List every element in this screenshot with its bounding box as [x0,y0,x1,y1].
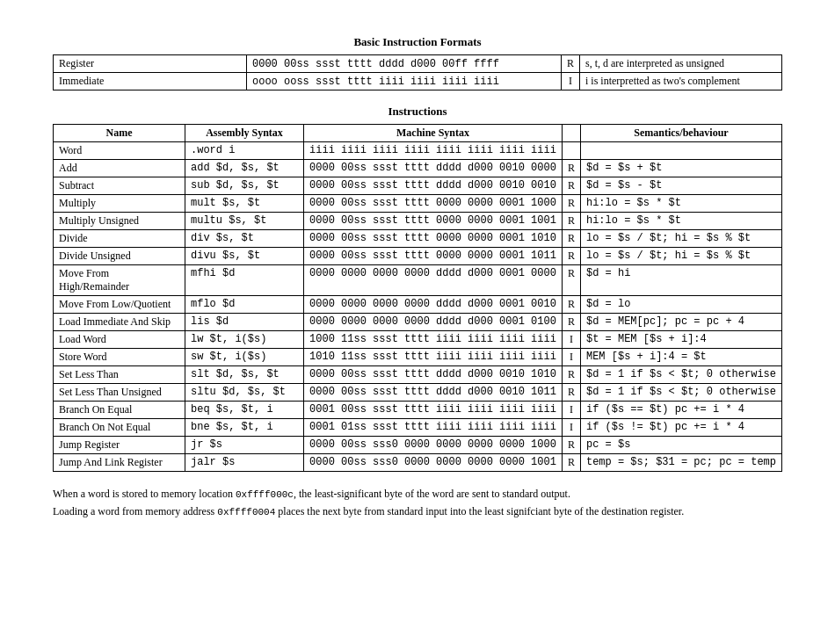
instr-semantics: $d = 1 if $s < $t; 0 otherwise [580,384,781,402]
format-type: R [561,55,579,73]
format-semantics: i is interpretted as two's complement [580,73,782,90]
formats-table: Register0000 00ss ssst tttt dddd d000 00… [53,54,782,90]
instr-type: R [562,384,580,402]
col-header: Name [54,125,185,142]
instr-machine: 0000 00ss ssst tttt 0000 0000 0001 1000 [304,195,563,213]
instr-machine: 0000 00ss ssst tttt 0000 0000 0001 1010 [304,230,563,248]
instr-asm: sub $d, $s, $t [185,177,304,195]
instr-asm: multu $s, $t [185,213,304,230]
instr-type: R [562,177,580,195]
instr-asm: mult $s, $t [185,195,304,213]
instr-name: Add [54,160,185,177]
col-header: Assembly Syntax [185,125,304,142]
format-label: Immediate [54,73,247,90]
instr-row: Set Less Thanslt $d, $s, $t0000 00ss sss… [54,366,782,384]
format-machine: oooo ooss ssst tttt iiii iiii iiii iiii [247,73,562,90]
instr-machine: 0000 00ss ssst tttt dddd d000 0010 0000 [304,160,563,177]
formats-row: Immediateoooo ooss ssst tttt iiii iiii i… [54,73,782,90]
instr-semantics: $d = $s - $t [580,177,781,195]
instr-semantics: $d = 1 if $s < $t; 0 otherwise [580,366,781,384]
instr-machine: 0000 00ss ssst tttt dddd d000 0010 0010 [304,177,563,195]
format-semantics: s, t, d are interpreted as unsigned [580,55,782,73]
instr-name: Multiply [54,195,185,213]
instr-machine: 0001 01ss ssst tttt iiii iiii iiii iiii [304,419,563,437]
instr-row: Load Wordlw $t, i($s)1000 11ss ssst tttt… [54,331,782,349]
instr-row: Multiplymult $s, $t0000 00ss ssst tttt 0… [54,195,782,213]
instr-row: Dividediv $s, $t0000 00ss ssst tttt 0000… [54,230,782,248]
instr-type: I [562,402,580,419]
instr-row: Word.word iiiii iiii iiii iiii iiii iiii… [54,142,782,160]
instr-asm: jr $s [185,437,304,454]
instr-machine: 0001 00ss ssst tttt iiii iiii iiii iiii [304,402,563,419]
instr-type: R [562,230,580,248]
instr-asm: div $s, $t [185,230,304,248]
instr-semantics: $d = $s + $t [580,160,781,177]
instr-name: Set Less Than [54,366,185,384]
instr-asm: lis $d [185,314,304,331]
title-formats: Basic Instruction Formats [53,35,782,49]
instr-semantics: MEM [$s + i]:4 = $t [580,349,781,366]
instr-type: I [562,419,580,437]
instr-machine: 1010 11ss ssst tttt iiii iiii iiii iiii [304,349,563,366]
instr-machine: 0000 00ss ssst tttt 0000 0000 0001 1001 [304,213,563,230]
instr-name: Move From High/Remainder [54,265,185,296]
instr-type: R [562,160,580,177]
format-type: I [561,73,579,90]
format-machine: 0000 00ss ssst tttt dddd d000 00ff ffff [247,55,562,73]
instr-row: Multiply Unsignedmultu $s, $t0000 00ss s… [54,213,782,230]
instr-asm: bne $s, $t, i [185,419,304,437]
instr-asm: lw $t, i($s) [185,331,304,349]
instr-row: Addadd $d, $s, $t0000 00ss ssst tttt ddd… [54,160,782,177]
instr-asm: sw $t, i($s) [185,349,304,366]
instr-semantics: if ($s != $t) pc += i * 4 [580,419,781,437]
instr-asm: mfhi $d [185,265,304,296]
instr-type: R [562,454,580,472]
instr-row: Subtractsub $d, $s, $t0000 00ss ssst ttt… [54,177,782,195]
instr-name: Subtract [54,177,185,195]
format-label: Register [54,55,247,73]
instr-semantics: hi:lo = $s * $t [580,213,781,230]
instr-name: Jump Register [54,437,185,454]
instr-name: Multiply Unsigned [54,213,185,230]
instr-asm: .word i [185,142,304,160]
instr-asm: beq $s, $t, i [185,402,304,419]
instr-semantics: $d = hi [580,265,781,296]
instr-type: R [562,195,580,213]
instr-asm: jalr $s [185,454,304,472]
instr-row: Move From Low/Quotientmflo $d0000 0000 0… [54,296,782,314]
instr-type: I [562,349,580,366]
instr-asm: sltu $d, $s, $t [185,384,304,402]
instr-name: Move From Low/Quotient [54,296,185,314]
instr-machine: 0000 00ss ssst tttt 0000 0000 0001 1011 [304,248,563,265]
instr-row: Jump Registerjr $s0000 00ss sss0 0000 00… [54,437,782,454]
instr-semantics: $t = MEM [$s + i]:4 [580,331,781,349]
instr-row: Move From High/Remaindermfhi $d0000 0000… [54,265,782,296]
instr-name: Load Word [54,331,185,349]
instr-semantics: if ($s == $t) pc += i * 4 [580,402,781,419]
instr-machine: iiii iiii iiii iiii iiii iiii iiii iiii [304,142,563,160]
note-line: When a word is stored to memory location… [53,486,782,503]
formats-row: Register0000 00ss ssst tttt dddd d000 00… [54,55,782,73]
instr-row: Set Less Than Unsignedsltu $d, $s, $t000… [54,384,782,402]
col-header: Semantics/behaviour [580,125,781,142]
instr-asm: slt $d, $s, $t [185,366,304,384]
instr-name: Set Less Than Unsigned [54,384,185,402]
instr-semantics [580,142,781,160]
instr-asm: add $d, $s, $t [185,160,304,177]
instr-semantics: lo = $s / $t; hi = $s % $t [580,230,781,248]
instr-type: R [562,265,580,296]
instr-semantics: pc = $s [580,437,781,454]
instr-semantics: hi:lo = $s * $t [580,195,781,213]
instr-name: Divide [54,230,185,248]
instr-name: Jump And Link Register [54,454,185,472]
instr-type: R [562,213,580,230]
instr-name: Word [54,142,185,160]
instr-name: Divide Unsigned [54,248,185,265]
instr-row: Store Wordsw $t, i($s)1010 11ss ssst ttt… [54,349,782,366]
col-header [562,125,580,142]
instr-name: Branch On Equal [54,402,185,419]
instr-machine: 0000 0000 0000 0000 dddd d000 0001 0010 [304,296,563,314]
instr-type: R [562,314,580,331]
instr-name: Branch On Not Equal [54,419,185,437]
instr-machine: 0000 00ss ssst tttt dddd d000 0010 1011 [304,384,563,402]
